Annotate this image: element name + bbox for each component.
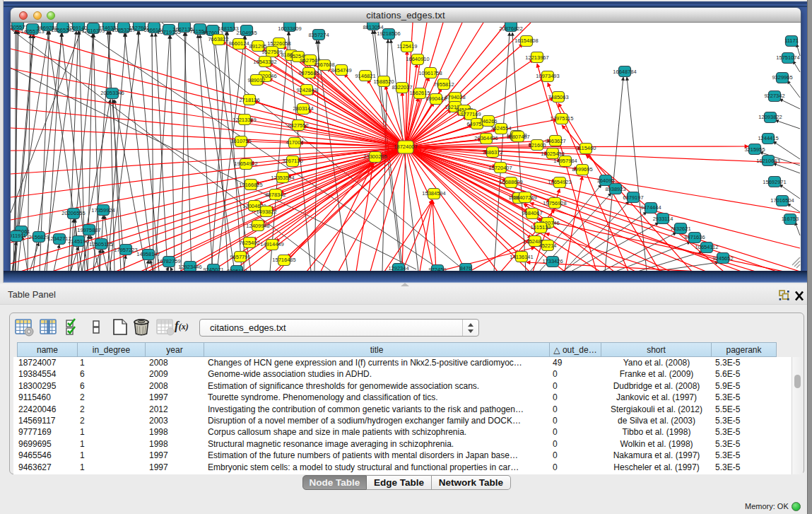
svg-text:10973493: 10973493 <box>536 73 559 79</box>
svg-text:3267130: 3267130 <box>282 158 302 164</box>
svg-text:16648784: 16648784 <box>613 69 636 75</box>
svg-text:17957223: 17957223 <box>114 247 137 253</box>
svg-text:13654923: 13654923 <box>548 179 571 185</box>
svg-text:16033809: 16033809 <box>278 25 301 32</box>
svg-text:6379197: 6379197 <box>623 194 643 201</box>
svg-text:14958147: 14958147 <box>136 251 160 257</box>
svg-text:8454749: 8454749 <box>331 67 351 74</box>
svg-text:1588520: 1588520 <box>373 78 394 85</box>
svg-text:8357274: 8357274 <box>308 32 329 38</box>
svg-text:20364436: 20364436 <box>474 135 498 141</box>
svg-text:8938923: 8938923 <box>605 186 625 192</box>
svg-text:746266: 746266 <box>479 118 497 124</box>
svg-text:7625402: 7625402 <box>239 240 259 246</box>
svg-text:17975115: 17975115 <box>551 115 574 122</box>
svg-text:16154808: 16154808 <box>514 37 538 44</box>
svg-text:116753: 116753 <box>782 216 799 222</box>
svg-text:15751074: 15751074 <box>776 54 799 61</box>
svg-text:2156829: 2156829 <box>28 234 49 240</box>
svg-text:3215955: 3215955 <box>744 146 765 153</box>
svg-text:19218506: 19218506 <box>377 30 400 37</box>
svg-text:20876822: 20876822 <box>499 25 522 32</box>
svg-text:12505135: 12505135 <box>89 241 112 247</box>
svg-text:1292344: 1292344 <box>388 265 408 271</box>
svg-text:19756928: 19756928 <box>543 200 566 206</box>
svg-text:12353594: 12353594 <box>271 175 294 181</box>
svg-text:9527509: 9527509 <box>261 49 282 55</box>
svg-text:8999695: 8999695 <box>572 166 592 173</box>
svg-text:8878342: 8878342 <box>265 192 286 198</box>
svg-text:9474444: 9474444 <box>640 204 661 211</box>
svg-text:15716485: 15716485 <box>272 257 295 263</box>
svg-text:3624554: 3624554 <box>490 125 511 132</box>
svg-text:12213369: 12213369 <box>233 117 256 123</box>
svg-text:2803144: 2803144 <box>293 105 313 112</box>
svg-text:8476: 8476 <box>460 265 472 271</box>
svg-text:9657791: 9657791 <box>230 254 250 260</box>
svg-text:2933114: 2933114 <box>653 216 673 222</box>
svg-text:8660124: 8660124 <box>228 40 249 47</box>
svg-text:12213967: 12213967 <box>525 54 548 61</box>
svg-text:621600: 621600 <box>528 142 546 148</box>
svg-text:417004: 417004 <box>286 139 303 146</box>
svg-text:989012: 989012 <box>247 77 265 83</box>
svg-text:2104955: 2104955 <box>236 30 257 36</box>
svg-text:2145190: 2145190 <box>68 238 88 245</box>
svg-text:9146821: 9146821 <box>355 73 375 79</box>
svg-text:1610755: 1610755 <box>230 138 251 144</box>
svg-text:23300295: 23300295 <box>363 153 387 160</box>
svg-text:9115460: 9115460 <box>576 145 596 151</box>
svg-text:15226058: 15226058 <box>267 40 290 47</box>
svg-text:19975887: 19975887 <box>77 227 100 233</box>
svg-text:19166825: 19166825 <box>239 182 262 188</box>
svg-text:18724007: 18724007 <box>394 144 417 150</box>
svg-text:16640910: 16640910 <box>406 56 429 62</box>
svg-text:11171: 11171 <box>784 37 799 44</box>
svg-text:14957984: 14957984 <box>553 158 577 164</box>
svg-text:9329965: 9329965 <box>772 74 792 81</box>
svg-text:14136141: 14136141 <box>510 254 533 260</box>
svg-text:17016504: 17016504 <box>770 197 794 204</box>
svg-text:18407249: 18407249 <box>513 194 536 201</box>
svg-text:12409948: 12409948 <box>246 223 269 229</box>
svg-text:6990448: 6990448 <box>425 95 446 102</box>
svg-text:14914449: 14914449 <box>260 241 283 247</box>
svg-text:1493822: 1493822 <box>256 209 276 215</box>
svg-text:20206555: 20206555 <box>61 210 85 216</box>
svg-text:10688609: 10688609 <box>499 179 522 185</box>
svg-text:1081533: 1081533 <box>218 25 238 32</box>
svg-text:10807487: 10807487 <box>506 134 529 140</box>
svg-text:9245652: 9245652 <box>712 255 733 262</box>
svg-text:7886372: 7886372 <box>482 149 502 156</box>
svg-text:16782759: 16782759 <box>157 258 180 264</box>
svg-text:9463627: 9463627 <box>545 138 565 144</box>
svg-text:7955812: 7955812 <box>433 81 454 88</box>
svg-text:12923446: 12923446 <box>178 264 201 270</box>
svg-text:1733426: 1733426 <box>542 258 563 264</box>
svg-text:8813054: 8813054 <box>363 24 383 30</box>
svg-text:9227342: 9227342 <box>764 93 784 99</box>
svg-text:15384594: 15384594 <box>422 190 445 197</box>
svg-text:20053346: 20053346 <box>100 90 124 96</box>
svg-text:1244415: 1244415 <box>758 135 778 141</box>
svg-text:10654112: 10654112 <box>695 244 719 250</box>
svg-text:164095: 164095 <box>596 177 614 184</box>
svg-text:19654922: 19654922 <box>234 160 257 167</box>
svg-text:1615132: 1615132 <box>530 224 551 230</box>
svg-text:9684067: 9684067 <box>522 210 542 216</box>
svg-text:9875685: 9875685 <box>298 70 319 76</box>
svg-text:12093822: 12093822 <box>758 114 782 120</box>
svg-text:10961758: 10961758 <box>418 70 442 76</box>
svg-text:452214: 452214 <box>539 243 556 249</box>
svg-text:15720407: 15720407 <box>488 165 512 171</box>
svg-text:17359924: 17359924 <box>91 207 114 214</box>
svg-text:16543382: 16543382 <box>253 59 276 65</box>
svg-text:7632621: 7632621 <box>670 226 690 232</box>
svg-text:8471636: 8471636 <box>684 234 705 240</box>
svg-text:6794028: 6794028 <box>445 94 465 100</box>
svg-text:3911911: 3911911 <box>11 233 26 239</box>
svg-text:7663822: 7663822 <box>208 36 228 42</box>
svg-text:16210643: 16210643 <box>756 158 779 164</box>
svg-text:9242843: 9242843 <box>296 87 317 93</box>
svg-text:8427552: 8427552 <box>288 122 308 129</box>
